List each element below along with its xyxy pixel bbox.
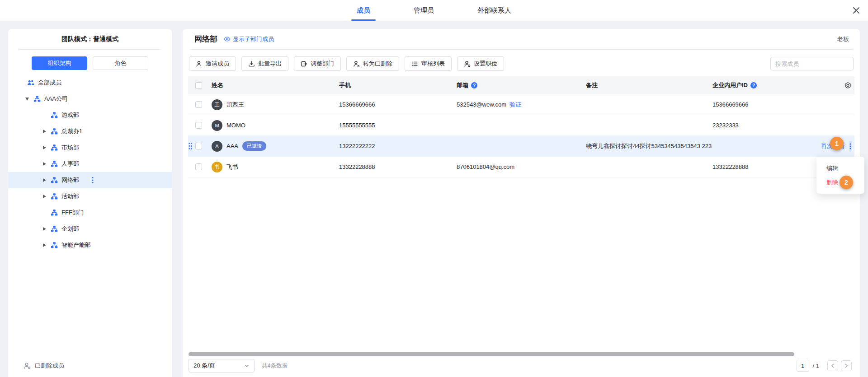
- row-more-button[interactable]: [849, 141, 852, 152]
- org-chart-icon: [51, 209, 58, 216]
- caret-right-icon[interactable]: [42, 242, 47, 248]
- toolbar: 邀请成员 批量导出 调整部门 转为已删除 审核列表 设置职位: [189, 56, 854, 71]
- col-user-id-label: 企业内用户ID: [712, 81, 748, 89]
- adjust-department-button[interactable]: 调整部门: [294, 56, 341, 71]
- caret-down-icon[interactable]: [24, 96, 30, 102]
- drag-handle-icon[interactable]: [188, 142, 193, 150]
- caret-right-icon[interactable]: [42, 194, 47, 199]
- show-subdepartment-members-toggle[interactable]: 显示子部门成员: [224, 35, 274, 43]
- table-row[interactable]: 书 飞书 13322228888 8706101804@qq.com 13322…: [188, 157, 854, 177]
- close-icon[interactable]: [852, 6, 861, 15]
- tree-item-dept[interactable]: 智能产能部: [8, 237, 172, 253]
- move-to-deleted-button[interactable]: 转为已删除: [346, 56, 399, 71]
- avatar: A: [212, 141, 222, 152]
- org-chart-icon: [51, 177, 58, 184]
- roles-button[interactable]: 角色: [93, 56, 148, 70]
- caret-right-icon[interactable]: [42, 145, 47, 150]
- email-cell: 532543@wew.com 验证: [457, 101, 586, 109]
- row-checkbox[interactable]: [195, 163, 202, 170]
- member-name: MOMO: [226, 122, 245, 129]
- tree-item-label: 智能产能部: [61, 241, 91, 249]
- col-email: 邮箱?: [457, 81, 586, 89]
- member-user-id: 13322228888: [712, 163, 749, 170]
- row-checkbox[interactable]: [195, 143, 202, 149]
- members-table: 姓名 手机 邮箱? 备注 企业内用户ID? 王 凯西王 15366669666 …: [188, 76, 854, 177]
- question-mark-icon[interactable]: ?: [750, 82, 757, 88]
- search-input[interactable]: [771, 61, 857, 67]
- tree-item-dept[interactable]: 游戏部: [8, 107, 172, 123]
- tab-admins[interactable]: 管理员: [401, 0, 447, 21]
- caret-right-icon[interactable]: [42, 161, 47, 167]
- gear-icon[interactable]: [844, 82, 852, 89]
- horizontal-scrollbar[interactable]: [189, 352, 794, 356]
- col-settings: [821, 82, 854, 89]
- main-header: 网络部 显示子部门成员 老板: [190, 29, 853, 50]
- name-cell: A AAA 已邀请: [212, 141, 339, 152]
- review-list-button[interactable]: 审核列表: [405, 56, 452, 71]
- org-chart-icon: [51, 128, 58, 135]
- tab-external-contacts[interactable]: 外部联系人: [465, 0, 524, 21]
- avatar: M: [212, 120, 222, 131]
- current-page-input[interactable]: [797, 360, 809, 372]
- col-phone-label: 手机: [339, 81, 351, 89]
- org-chart-icon: [51, 144, 58, 151]
- tab-external-contacts-label: 外部联系人: [477, 6, 511, 15]
- invite-member-button[interactable]: 邀请成员: [189, 56, 236, 71]
- tree-item-label: 市场部: [61, 144, 79, 152]
- caret-placeholder: [42, 112, 47, 118]
- person-x-icon: [353, 61, 360, 67]
- set-position-button[interactable]: 设置职位: [457, 56, 504, 71]
- show-subdepartment-members-label: 显示子部门成员: [233, 35, 274, 43]
- tree-item-all-members[interactable]: 全部成员: [8, 74, 172, 91]
- deleted-members-link[interactable]: 已删除成员: [8, 362, 64, 370]
- tree-item-dept[interactable]: 企划部: [8, 221, 172, 237]
- tree-item-dept-selected[interactable]: 网络部: [8, 172, 172, 188]
- deleted-members-label: 已删除成员: [35, 362, 64, 370]
- org-structure-button[interactable]: 组织架构: [32, 56, 87, 70]
- phone-cell: 13322228888: [339, 163, 457, 170]
- table-row[interactable]: 王 凯西王 15366669666 532543@wew.com 验证 1536…: [188, 94, 854, 115]
- set-position-label: 设置职位: [474, 60, 497, 68]
- row-checkbox[interactable]: [195, 122, 202, 129]
- question-mark-icon[interactable]: ?: [471, 82, 477, 88]
- tree-item-dept[interactable]: 市场部: [8, 140, 172, 156]
- caret-right-icon[interactable]: [42, 129, 47, 134]
- verify-email-link[interactable]: 验证: [509, 101, 521, 109]
- more-vertical-icon[interactable]: [92, 177, 94, 184]
- caret-right-icon[interactable]: [42, 177, 47, 183]
- tree-item-dept[interactable]: 人事部: [8, 156, 172, 172]
- adjust-department-label: 调整部门: [311, 60, 334, 68]
- table-row[interactable]: M MOMO 15555555555 23232333: [188, 115, 854, 136]
- checkbox-cell: [195, 122, 212, 129]
- eye-icon: [224, 36, 231, 42]
- next-page-button[interactable]: [841, 360, 852, 371]
- remark-cell: 绕弯儿翕探讨探讨44探讨534534543543543 223: [586, 142, 712, 150]
- row-checkbox[interactable]: [195, 101, 202, 108]
- main-panel: 网络部 显示子部门成员 老板 邀请成员 批量导出 调整部门 转为已删除 审核列表: [183, 29, 860, 377]
- caret-right-icon[interactable]: [42, 226, 47, 232]
- col-email-label: 邮箱: [457, 81, 468, 89]
- col-remark: 备注: [586, 81, 712, 89]
- tree-item-dept[interactable]: 活动部: [8, 188, 172, 205]
- prev-page-button[interactable]: [827, 360, 838, 371]
- table-row-selected[interactable]: A AAA 已邀请 13222222222 绕弯儿翕探讨探讨44探讨534534…: [188, 136, 854, 157]
- handle-cell: [188, 142, 195, 150]
- phone-cell: 15366669666: [339, 101, 457, 108]
- tree-item-company[interactable]: AAA公司: [8, 91, 172, 107]
- member-phone: 13322228888: [339, 163, 375, 170]
- tree-item-dept[interactable]: 总裁办1: [8, 123, 172, 140]
- page-size-area: 20 条/页 共4条数据: [189, 359, 288, 372]
- tree-item-label: 企划部: [61, 225, 79, 233]
- tree-item-dept[interactable]: FFF部门: [8, 205, 172, 221]
- top-tabs: 成员 管理员 外部联系人: [0, 0, 868, 21]
- select-all-checkbox[interactable]: [195, 82, 202, 89]
- page-size-select[interactable]: 20 条/页: [189, 359, 255, 372]
- page-size-value: 20 条/页: [193, 362, 215, 370]
- tab-members[interactable]: 成员: [344, 0, 383, 21]
- user-id-cell: 23232333: [712, 122, 821, 129]
- context-menu-edit[interactable]: 编辑: [816, 161, 864, 175]
- member-user-id: 15366669666: [712, 101, 749, 108]
- invite-member-label: 邀请成员: [206, 60, 229, 68]
- batch-export-button[interactable]: 批量导出: [241, 56, 288, 71]
- tree-item-label: AAA公司: [44, 95, 68, 103]
